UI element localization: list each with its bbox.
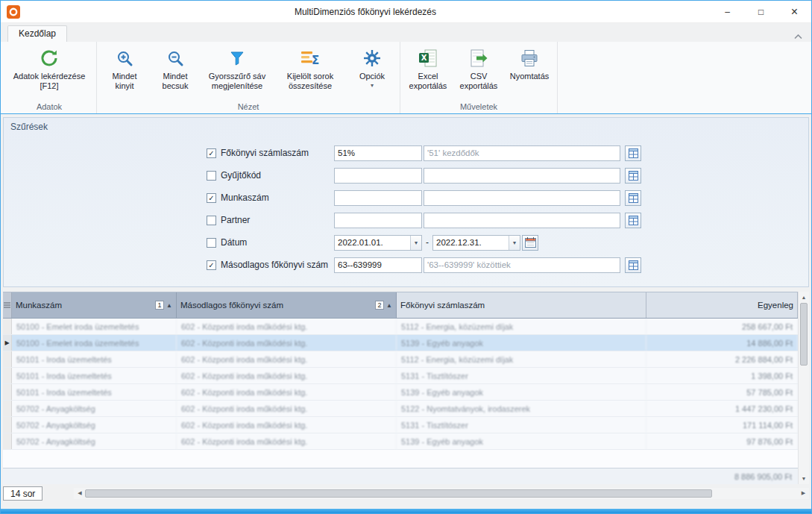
table-lookup-button[interactable] xyxy=(625,145,641,161)
vertical-scrollbar[interactable]: ▲ ▼ xyxy=(798,292,809,484)
table-row[interactable]: 50101 - Iroda üzemeltetés602 - Központi … xyxy=(3,351,798,368)
filters-panel: Szűrések ✓Főkönyvi számlaszám51%'51' kez… xyxy=(3,117,809,287)
ribbon-button[interactable]: Mindet kinyit xyxy=(100,44,149,101)
filter-row: Partner xyxy=(207,209,808,231)
chevron-down-icon: ▾ xyxy=(371,82,374,89)
column-header-1[interactable]: Másodlagos főkönyvi szám2▲ xyxy=(177,292,397,318)
row-count: 14 sor xyxy=(3,486,43,501)
sort-asc-icon: ▲ xyxy=(166,302,172,309)
status-bar: 14 sor ◀ ▶ xyxy=(3,486,809,501)
ribbon-group-2: XExcel exportálásCSV exportálásNyomtatás… xyxy=(400,42,558,113)
ribbon-group-0: Adatok lekérdezése [F12]Adatok xyxy=(2,42,97,113)
ribbon-button-label: Mindet kinyit xyxy=(103,72,146,91)
date-to-input[interactable]: 2022.12.31.▾ xyxy=(432,235,520,251)
table-row[interactable]: ▶50100 - Emelet iroda üzemeltetés602 - K… xyxy=(3,335,798,351)
table-cell: 5112 - Energia, közüzemi díjak xyxy=(397,351,646,367)
ribbon-button[interactable]: Opciók▾ xyxy=(347,44,397,101)
table-lookup-button[interactable] xyxy=(625,213,641,228)
filter-label: Másodlagos főkönyvi szám xyxy=(221,260,334,270)
chevron-down-icon[interactable]: ▾ xyxy=(509,236,520,250)
filter-icon xyxy=(228,47,246,69)
ribbon-button-label: Gyorsszűrő sáv megjelenítése xyxy=(204,72,270,91)
table-row[interactable]: 50702 - Anyagköltség602 - Központi iroda… xyxy=(3,433,798,450)
scroll-down-icon[interactable]: ▼ xyxy=(799,473,809,484)
maximize-button[interactable]: □ xyxy=(744,1,778,22)
table-cell: 50100 - Emelet iroda üzemeltetés xyxy=(12,319,177,334)
table-cell: 602 - Központi iroda működési ktg. xyxy=(177,335,397,351)
table-cell: 5131 - Tisztítószer xyxy=(397,417,646,433)
chevron-down-icon[interactable]: ▾ xyxy=(410,236,421,250)
horizontal-scroll-thumb[interactable] xyxy=(85,489,712,498)
ribbon-collapse-icon[interactable] xyxy=(794,29,802,43)
table-cell: 602 - Központi iroda működési ktg. xyxy=(177,401,397,416)
table-row[interactable]: 50100 - Emelet iroda üzemeltetés602 - Kö… xyxy=(3,319,798,335)
tab-kezdolap[interactable]: Kezdőlap xyxy=(7,25,67,42)
ribbon-button[interactable]: ΣKijelölt sorok összesítése xyxy=(274,44,346,101)
vertical-scroll-thumb[interactable] xyxy=(800,303,808,366)
table-row[interactable]: 50702 - Anyagköltség602 - Központi iroda… xyxy=(3,401,798,417)
filter-hint-input[interactable] xyxy=(424,168,620,184)
table-row[interactable]: 50101 - Iroda üzemeltetés602 - Központi … xyxy=(3,384,798,401)
column-header-3[interactable]: Egyenleg xyxy=(646,292,798,318)
ribbon-button[interactable]: Adatok lekérdezése [F12] xyxy=(5,44,93,101)
filter-checkbox[interactable] xyxy=(207,216,216,225)
column-header-0[interactable]: Munkaszám1▲ xyxy=(12,292,177,318)
scroll-right-icon[interactable]: ▶ xyxy=(798,488,809,499)
filter-value-input[interactable] xyxy=(334,190,422,206)
minimize-button[interactable]: – xyxy=(711,1,744,22)
horizontal-scroll-track[interactable] xyxy=(85,488,798,499)
filter-value-input[interactable]: 51% xyxy=(334,145,422,161)
filter-row: ✓Másodlagos főkönyvi szám63--639999'63--… xyxy=(207,254,808,276)
table-cell: 50101 - Iroda üzemeltetés xyxy=(12,351,177,367)
date-from-input[interactable]: 2022.01.01.▾ xyxy=(334,235,422,251)
ribbon-button[interactable]: XExcel exportálás xyxy=(403,44,453,101)
table-cell: 602 - Központi iroda működési ktg. xyxy=(177,368,397,383)
filter-hint-input[interactable] xyxy=(424,213,620,228)
ribbon-button[interactable]: CSV exportálás xyxy=(454,44,503,101)
grid-total: 8 886 905,00 Ft xyxy=(734,472,792,481)
window-controls: – □ × xyxy=(711,1,811,22)
table-cell: 50100 - Emelet iroda üzemeltetés xyxy=(12,335,177,351)
ribbon-button[interactable]: Gyorsszűrő sáv megjelenítése xyxy=(201,44,273,101)
scroll-left-icon[interactable]: ◀ xyxy=(74,488,85,499)
ribbon-button[interactable]: Nyomtatás xyxy=(505,44,554,101)
column-header-2[interactable]: Főkönyvi számlaszám xyxy=(397,292,646,318)
calendar-button[interactable] xyxy=(522,235,538,251)
row-selector xyxy=(3,319,12,334)
table-cell: 1 447 230,00 Ft xyxy=(646,401,798,416)
ribbon-tab-row: Kezdőlap xyxy=(1,23,811,42)
table-cell: 57 785,00 Ft xyxy=(646,384,798,400)
ribbon-group-1: Mindet kinyitMindet becsukGyorsszűrő sáv… xyxy=(97,42,400,113)
grid-header: Munkaszám1▲Másodlagos főkönyvi szám2▲Fők… xyxy=(3,292,798,319)
filter-checkbox[interactable] xyxy=(207,171,216,181)
table-lookup-button[interactable] xyxy=(625,190,641,206)
table-cell: 50101 - Iroda üzemeltetés xyxy=(12,368,177,383)
filter-hint-input[interactable] xyxy=(424,190,620,206)
filter-checkbox[interactable]: ✓ xyxy=(207,148,216,158)
row-selector xyxy=(3,401,12,416)
filter-value-input[interactable] xyxy=(334,213,422,228)
table-lookup-button[interactable] xyxy=(625,257,641,273)
horizontal-scrollbar[interactable]: ◀ ▶ xyxy=(74,488,809,499)
ribbon-button-label: Opciók xyxy=(359,72,385,81)
ribbon-button[interactable]: Mindet becsuk xyxy=(151,44,200,101)
filter-value-input[interactable] xyxy=(334,168,422,184)
close-button[interactable]: × xyxy=(778,1,811,22)
filter-checkbox[interactable]: ✓ xyxy=(207,193,216,203)
scroll-up-icon[interactable]: ▲ xyxy=(799,292,809,303)
table-cell: 97 876,00 Ft xyxy=(646,433,798,449)
filter-hint-input[interactable]: '51' kezdődők xyxy=(424,145,620,161)
filter-checkbox[interactable] xyxy=(207,238,216,248)
table-lookup-button[interactable] xyxy=(625,168,641,184)
filter-row: Gyűjtőkód xyxy=(207,164,808,187)
vertical-scroll-track[interactable] xyxy=(799,303,809,473)
filter-value-input[interactable]: 63--639999 xyxy=(334,257,422,273)
grid-corner xyxy=(3,292,12,318)
ribbon-group-label: Műveletek xyxy=(403,101,555,113)
table-cell: 258 667,00 Ft xyxy=(646,319,798,334)
table-row[interactable]: 50702 - Anyagköltség602 - Központi iroda… xyxy=(3,417,798,433)
filter-hint-input[interactable]: '63--639999' közöttiek xyxy=(424,257,620,273)
svg-text:X: X xyxy=(421,54,427,62)
filter-checkbox[interactable]: ✓ xyxy=(207,260,216,270)
table-row[interactable]: 50101 - Iroda üzemeltetés602 - Központi … xyxy=(3,368,798,384)
